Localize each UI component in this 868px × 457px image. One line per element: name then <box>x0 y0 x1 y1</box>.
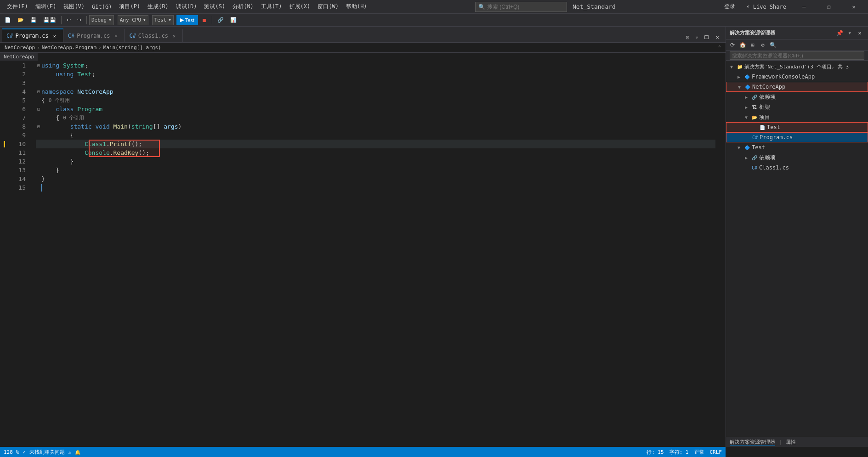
encoding-info[interactable]: CRLF <box>710 449 722 455</box>
sol-home-button[interactable]: 🏠 <box>738 40 747 50</box>
breadcrumb-project[interactable]: NetCoreApp <box>5 45 35 51</box>
run-button[interactable]: ▶ Test <box>176 15 198 25</box>
collapse-6[interactable]: ⊟ <box>36 105 41 113</box>
tab-program-cs-2[interactable]: C# Program.cs ✕ <box>63 28 125 42</box>
platform-dropdown[interactable]: Any CPU ▾ <box>118 15 148 25</box>
breadcrumb-member[interactable]: Main(string[] args) <box>103 45 161 51</box>
collapse-editor-button[interactable]: ▿ <box>693 32 701 42</box>
new-file-button[interactable]: 📄 <box>2 15 14 25</box>
menu-edit[interactable]: 编辑(E) <box>32 1 60 12</box>
breadcrumb-namespace[interactable]: NetCoreApp.Program <box>42 45 96 51</box>
menu-test[interactable]: 测试(S) <box>201 1 228 12</box>
undo-button[interactable]: ↩ <box>64 15 74 25</box>
menu-tools[interactable]: 工具(T) <box>258 1 285 12</box>
collapse-4[interactable]: ⊟ <box>36 87 41 96</box>
tree-test-item[interactable]: ▶ 📄 Test <box>726 122 868 132</box>
tree-dependencies[interactable]: ▶ 🔗 依赖项 <box>726 92 868 102</box>
solution-tree: ▼ 📁 解决方案'Net_Standard'(3 个项目, 共 3 ▶ 🔷 Fr… <box>726 61 868 437</box>
stop-button[interactable]: ⏹ <box>199 15 210 25</box>
solution-tab2[interactable]: 属性 <box>786 439 796 446</box>
sep: | <box>779 439 782 445</box>
tree-netcoreapp[interactable]: ▼ 🔷 NetCoreApp <box>726 82 868 92</box>
tab-close-button[interactable]: ✕ <box>51 32 58 39</box>
solution-label: 解决方案'Net_Standard'(3 个项目, 共 3 <box>744 63 849 70</box>
code-area[interactable]: ⊟ using System; ⊟ using Test; ⊟ ⊟ namesp… <box>31 61 720 447</box>
zoom-level[interactable]: 128 % <box>4 449 19 455</box>
search-icon: 🔍 <box>478 4 485 10</box>
tab-close-button2[interactable]: ✕ <box>112 32 119 39</box>
tree-class1-cs[interactable]: ▶ C# Class1.cs <box>726 163 868 173</box>
tree-solution[interactable]: ▼ 📁 解决方案'Net_Standard'(3 个项目, 共 3 <box>726 62 868 72</box>
minimize-button[interactable]: — <box>794 0 815 14</box>
maximize-editor-button[interactable]: 🗖 <box>702 32 712 42</box>
open-file-button[interactable]: 📂 <box>15 15 27 25</box>
tree-framework-console[interactable]: ▶ 🔷 FrameworkConsoleApp <box>726 72 868 82</box>
expand-test-deps[interactable]: ▶ <box>743 154 750 161</box>
menu-help[interactable]: 帮助(H) <box>343 1 370 12</box>
expand-netcoreapp[interactable]: ▼ <box>736 83 743 90</box>
menu-debug[interactable]: 调试(D) <box>173 1 200 12</box>
status-bar: 128 % ✓ 未找到相关问题 ⚠ 🔔 行: 15 字符: 1 正常 CRLF <box>0 447 726 457</box>
right-panel: 解决方案资源管理器 📌 ▿ ✕ ⟳ 🏠 ⊞ ⚙ 🔍 ▼ 📁 解决方案'Net_S… <box>726 27 868 447</box>
sol-filter-button[interactable]: ⊞ <box>748 40 757 50</box>
search-solution-input[interactable] <box>730 51 864 60</box>
solution-collapse-button[interactable]: ▿ <box>845 28 854 38</box>
solution-close-button[interactable]: ✕ <box>855 28 864 38</box>
sol-settings-button[interactable]: ⚙ <box>758 40 767 50</box>
tab-close-button3[interactable]: ✕ <box>170 32 178 39</box>
menu-view[interactable]: 视图(V) <box>60 1 88 12</box>
tree-items-folder[interactable]: ▼ 📂 项目 <box>726 112 868 122</box>
project-icon-framework: 🔷 <box>743 73 751 80</box>
tab-class1-cs[interactable]: C# Class1.cs ✕ <box>125 28 182 42</box>
sol-sync-button[interactable]: ⟳ <box>728 40 737 50</box>
search-input[interactable] <box>487 4 556 10</box>
tab-program-cs-active[interactable]: C# Program.cs ✕ <box>2 28 63 42</box>
code-line-3: ⊟ <box>36 79 715 87</box>
code-line-2: ⊟ using Test; <box>36 70 715 79</box>
expand-test-proj[interactable]: ▼ <box>735 144 743 151</box>
expand-solution[interactable]: ▼ <box>728 63 735 70</box>
menu-file[interactable]: 文件(F) <box>4 1 31 12</box>
live-share-button[interactable]: ⚡ Live Share <box>743 4 790 10</box>
save-button[interactable]: 💾 <box>28 15 40 25</box>
expand-items[interactable]: ▼ <box>743 113 750 121</box>
breadcrumb-expand[interactable]: ⌃ <box>718 45 721 51</box>
restore-button[interactable]: ❐ <box>818 0 840 14</box>
collapse-1[interactable]: ⊟ <box>36 61 41 70</box>
collapse-8[interactable]: ⊟ <box>36 122 41 131</box>
menu-project[interactable]: 项目(P) <box>116 1 143 12</box>
tree-program-cs[interactable]: ▶ C# Program.cs <box>726 132 868 142</box>
mode-info[interactable]: 正常 <box>694 449 704 456</box>
solution-tab1[interactable]: 解决方案资源管理器 <box>730 439 775 446</box>
redo-button[interactable]: ↪ <box>74 15 84 25</box>
expand-framework[interactable]: ▶ <box>735 73 743 80</box>
performance-button[interactable]: 📊 <box>227 15 239 25</box>
sol-search-button[interactable]: 🔍 <box>768 40 777 50</box>
expand-deps[interactable]: ▶ <box>743 93 750 101</box>
close-editor-button[interactable]: ✕ <box>713 32 722 42</box>
menu-build[interactable]: 生成(B) <box>144 1 172 12</box>
attach-button[interactable]: 🔗 <box>215 15 227 25</box>
menu-analyze[interactable]: 分析(N) <box>229 1 257 12</box>
close-button[interactable]: ✕ <box>843 0 864 14</box>
run-target-dropdown[interactable]: Test ▾ <box>152 15 174 25</box>
solution-pin-button[interactable]: 📌 <box>835 28 844 38</box>
expand-framework2[interactable]: ▶ <box>743 103 750 111</box>
tree-test-deps[interactable]: ▶ 🔗 依赖项 <box>726 152 868 163</box>
search-solution-bar[interactable] <box>726 51 868 61</box>
debug-config-dropdown[interactable]: Debug ▾ <box>89 15 114 25</box>
save-all-button[interactable]: 💾💾 <box>40 15 59 25</box>
title-search[interactable]: 🔍 <box>475 2 567 12</box>
tree-test-proj[interactable]: ▼ 🔷 Test <box>726 142 868 152</box>
login-label[interactable]: 登录 <box>720 3 739 11</box>
test-item-label: Test <box>767 124 780 130</box>
line-info[interactable]: 行: 15 <box>647 449 664 456</box>
split-editor-button[interactable]: ⊡ <box>683 32 692 42</box>
menu-window[interactable]: 窗口(W) <box>314 1 342 12</box>
menu-extensions[interactable]: 扩展(X) <box>286 1 314 12</box>
editor[interactable]: NetCoreApp 1 2 3 4 <box>0 53 726 447</box>
col-info[interactable]: 字符: 1 <box>669 449 689 456</box>
menu-git[interactable]: Git(G) <box>89 2 115 11</box>
tree-framework[interactable]: ▶ 🏗 框架 <box>726 102 868 112</box>
editor-scrollbar[interactable] <box>720 61 726 447</box>
